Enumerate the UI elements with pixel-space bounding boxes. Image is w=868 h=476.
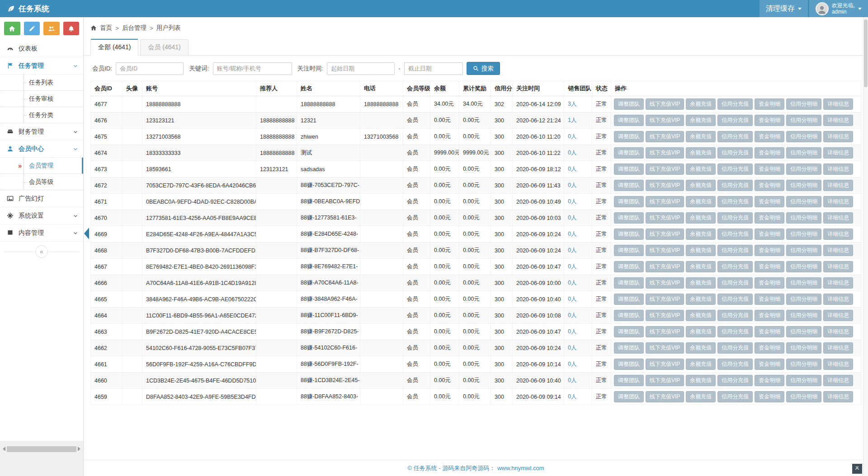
horizontal-scrollbar[interactable]	[0, 446, 83, 452]
sidebar-item-dashboard[interactable]: 仪表板	[0, 40, 83, 57]
balance-recharge-button[interactable]: 余额充值	[686, 147, 716, 159]
adjust-team-button[interactable]: 调整团队	[614, 131, 644, 142]
detail-info-button[interactable]: 详细信息	[823, 391, 853, 402]
adjust-team-button[interactable]: 调整团队	[614, 326, 644, 337]
detail-info-button[interactable]: 详细信息	[823, 163, 853, 175]
credit-recharge-button[interactable]: 信用分充值	[717, 98, 753, 110]
funds-detail-button[interactable]: 资金明细	[755, 245, 784, 256]
adjust-team-button[interactable]: 调整团队	[614, 261, 644, 272]
sales-team-link[interactable]: 0人	[568, 393, 576, 400]
credit-recharge-button[interactable]: 信用分充值	[717, 375, 753, 386]
credit-detail-button[interactable]: 信用分明细	[786, 163, 821, 175]
sidebar-collapse-button[interactable]: «	[35, 245, 48, 258]
clear-cache-menu[interactable]: 清理缓存	[760, 0, 808, 17]
sidebar-item-task-management[interactable]: 任务管理	[0, 57, 83, 75]
credit-detail-button[interactable]: 信用分明细	[786, 180, 821, 191]
funds-detail-button[interactable]: 资金明细	[755, 147, 784, 159]
funds-detail-button[interactable]: 资金明细	[755, 163, 784, 175]
credit-detail-button[interactable]: 信用分明细	[786, 277, 821, 289]
detail-info-button[interactable]: 详细信息	[823, 131, 853, 142]
funds-detail-button[interactable]: 资金明细	[755, 342, 784, 354]
offline-recharge-vip-button[interactable]: 线下充值VIP	[646, 115, 684, 126]
sidebar-item-finance-management[interactable]: 财务管理	[0, 123, 83, 140]
adjust-team-button[interactable]: 调整团队	[614, 294, 644, 305]
detail-info-button[interactable]: 详细信息	[823, 294, 853, 305]
adjust-team-button[interactable]: 调整团队	[614, 277, 644, 289]
detail-info-button[interactable]: 详细信息	[823, 98, 853, 110]
adjust-team-button[interactable]: 调整团队	[614, 115, 644, 126]
detail-info-button[interactable]: 详细信息	[823, 115, 853, 126]
sales-team-link[interactable]: 0人	[568, 296, 576, 302]
funds-detail-button[interactable]: 资金明细	[755, 277, 784, 289]
start-date-input[interactable]	[327, 62, 395, 75]
offline-recharge-vip-button[interactable]: 线下充值VIP	[646, 277, 684, 289]
offline-recharge-vip-button[interactable]: 线下充值VIP	[646, 98, 684, 110]
sidebar-item-system-settings[interactable]: 系统设置	[0, 207, 83, 224]
credit-detail-button[interactable]: 信用分明细	[786, 326, 821, 337]
balance-recharge-button[interactable]: 余额充值	[686, 196, 716, 207]
detail-info-button[interactable]: 详细信息	[823, 196, 853, 207]
credit-detail-button[interactable]: 信用分明细	[786, 391, 821, 402]
balance-recharge-button[interactable]: 余额充值	[686, 245, 716, 256]
sidebar-item-ad-slides[interactable]: 广告幻灯	[0, 190, 83, 207]
detail-info-button[interactable]: 详细信息	[823, 277, 853, 289]
sidebar-item-task-list[interactable]: 任务列表	[0, 75, 83, 91]
adjust-team-button[interactable]: 调整团队	[614, 196, 644, 207]
sales-team-link[interactable]: 0人	[568, 263, 576, 270]
offline-recharge-vip-button[interactable]: 线下充值VIP	[646, 212, 684, 224]
sales-team-link[interactable]: 0人	[568, 361, 576, 367]
balance-recharge-button[interactable]: 余额充值	[686, 261, 716, 272]
funds-detail-button[interactable]: 资金明细	[755, 131, 784, 142]
offline-recharge-vip-button[interactable]: 线下充值VIP	[646, 163, 684, 175]
credit-recharge-button[interactable]: 信用分充值	[717, 277, 753, 289]
funds-detail-button[interactable]: 资金明细	[755, 180, 784, 191]
balance-recharge-button[interactable]: 余额充值	[686, 98, 716, 110]
credit-recharge-button[interactable]: 信用分充值	[717, 391, 753, 402]
adjust-team-button[interactable]: 调整团队	[614, 98, 644, 110]
sales-team-link[interactable]: 0人	[568, 198, 576, 205]
credit-recharge-button[interactable]: 信用分充值	[717, 294, 753, 305]
credit-recharge-button[interactable]: 信用分充值	[717, 229, 753, 240]
sales-team-link[interactable]: 0人	[568, 280, 576, 286]
adjust-team-button[interactable]: 调整团队	[614, 147, 644, 159]
keyword-input[interactable]	[213, 62, 292, 75]
credit-recharge-button[interactable]: 信用分充值	[717, 180, 753, 191]
balance-recharge-button[interactable]: 余额充值	[686, 212, 716, 224]
offline-recharge-vip-button[interactable]: 线下充值VIP	[646, 147, 684, 159]
balance-recharge-button[interactable]: 余额充值	[686, 342, 716, 354]
offline-recharge-vip-button[interactable]: 线下充值VIP	[646, 375, 684, 386]
credit-detail-button[interactable]: 信用分明细	[786, 342, 821, 354]
adjust-team-button[interactable]: 调整团队	[614, 229, 644, 240]
breadcrumb-item[interactable]: 首页	[100, 24, 112, 32]
credit-recharge-button[interactable]: 信用分充值	[717, 131, 753, 142]
users-button[interactable]	[43, 22, 60, 35]
adjust-team-button[interactable]: 调整团队	[614, 391, 644, 402]
breadcrumb-item[interactable]: 后台管理	[122, 24, 146, 32]
vertical-scrollbar-thumb[interactable]	[864, 19, 868, 87]
adjust-team-button[interactable]: 调整团队	[614, 375, 644, 386]
offline-recharge-vip-button[interactable]: 线下充值VIP	[646, 391, 684, 402]
adjust-team-button[interactable]: 调整团队	[614, 342, 644, 354]
funds-detail-button[interactable]: 资金明细	[755, 261, 784, 272]
home-button[interactable]	[4, 22, 20, 35]
vertical-scrollbar[interactable]	[863, 17, 868, 476]
funds-detail-button[interactable]: 资金明细	[755, 359, 784, 370]
notifications-button[interactable]	[63, 22, 80, 35]
sales-team-link[interactable]: 1人	[568, 117, 576, 123]
sidebar-item-member-management[interactable]: »会员管理	[0, 158, 83, 174]
end-date-input[interactable]	[404, 62, 463, 75]
credit-detail-button[interactable]: 信用分明细	[786, 147, 821, 159]
balance-recharge-button[interactable]: 余额充值	[686, 375, 716, 386]
sidebar-item-task-category[interactable]: 任务分类	[0, 107, 83, 123]
detail-info-button[interactable]: 详细信息	[823, 180, 853, 191]
credit-detail-button[interactable]: 信用分明细	[786, 294, 821, 305]
tab-member[interactable]: 会员 (4641)	[140, 39, 188, 56]
credit-detail-button[interactable]: 信用分明细	[786, 261, 821, 272]
balance-recharge-button[interactable]: 余额充值	[686, 359, 716, 370]
credit-recharge-button[interactable]: 信用分充值	[717, 196, 753, 207]
credit-recharge-button[interactable]: 信用分充值	[717, 163, 753, 175]
balance-recharge-button[interactable]: 余额充值	[686, 180, 716, 191]
balance-recharge-button[interactable]: 余额充值	[686, 229, 716, 240]
funds-detail-button[interactable]: 资金明细	[755, 294, 784, 305]
user-menu[interactable]: 欢迎光临, admin	[809, 0, 868, 17]
